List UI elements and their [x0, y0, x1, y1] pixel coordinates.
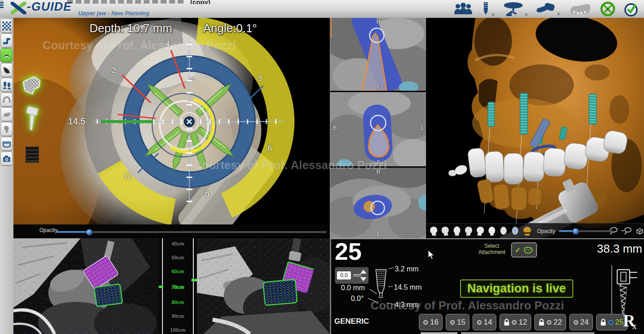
main-opacity-label: Opacity: [39, 227, 58, 233]
verify-check-icon[interactable]: [623, 1, 640, 17]
orientation-label-l: L: [377, 231, 380, 237]
scale-tick-50: 50cm: [159, 255, 197, 260]
tracking-camera-icon[interactable]: ∨: [536, 2, 560, 16]
check-icon: ✓: [515, 246, 520, 254]
patients-icon[interactable]: [453, 2, 473, 16]
sidebar-implant-pair-button[interactable]: [0, 78, 13, 92]
tooth-button-15[interactable]: 15: [446, 314, 469, 330]
sidebar-tooth-button[interactable]: [0, 122, 13, 136]
ring-label-3: 3: [258, 74, 262, 83]
header-bar: -GUIDE (copy) Upper jaw - New Planning ∨: [0, 0, 644, 18]
implant-control-panel: 25 0.0 mm 0.0 mm 0.0° 3.2 mm 14.5 mm 4.3…: [330, 238, 644, 334]
select-attachment-label: Select Attachment: [473, 243, 510, 255]
lock-icon: [538, 318, 545, 326]
main-opacity-thumb[interactable]: [86, 229, 93, 236]
sidebar-jaw-curve-button[interactable]: [0, 63, 13, 77]
orientation-label-b: B: [376, 168, 380, 175]
tooth-button-22[interactable]: 22: [534, 314, 566, 330]
implant-dot-icon: [423, 320, 428, 325]
tooth-button-14[interactable]: 14: [473, 314, 496, 330]
implant-dot-icon: [512, 320, 517, 325]
chevron-down-icon[interactable]: ∨: [491, 12, 495, 17]
tooth-button-12[interactable]: 12: [499, 314, 531, 330]
ring-label-4: 4: [166, 39, 170, 48]
logo-x-icon: [11, 2, 27, 14]
lasso-remove-icon[interactable]: [622, 227, 632, 235]
attachment-icon: [523, 246, 533, 254]
clipped-case-title: (copy): [67, 0, 210, 4]
head-orientation-right34-icon[interactable]: [465, 226, 473, 236]
prosthesis-icon[interactable]: [568, 2, 592, 16]
head-orientation-top-icon[interactable]: [499, 226, 508, 236]
view3d-opacity-label: Opacity: [537, 228, 555, 234]
lock-icon: [600, 318, 606, 326]
chevron-down-icon[interactable]: ∨: [557, 11, 560, 16]
scale-tick-90: 90cm: [159, 313, 197, 319]
scan-plate-icon[interactable]: ∨: [503, 2, 528, 17]
tooth-button-row: 16 15 14 12 22 24: [419, 314, 627, 330]
main-opacity-slider[interactable]: [56, 231, 327, 233]
row-underline: [461, 332, 594, 334]
tooth-button-24[interactable]: 24: [569, 314, 593, 330]
view3d-toolbar: Opacity: [426, 223, 644, 238]
top-toolbar: ∨ ∨ ∨: [453, 0, 640, 17]
scale-tick-80: 80cm: [159, 300, 197, 305]
chevron-down-icon[interactable]: ∨: [525, 12, 528, 17]
head-orientation-left-icon[interactable]: [430, 226, 438, 236]
view3d-opacity-thumb[interactable]: [572, 228, 579, 235]
head-orientation-left34-icon[interactable]: [441, 226, 449, 236]
scale-tick-40: 40cm: [159, 241, 197, 246]
cross-section-bl[interactable]: H B L F: [330, 92, 426, 166]
orientation-label-h: H: [376, 93, 380, 99]
tool-sidebar: [0, 18, 13, 334]
skull-render-mode-icon[interactable]: [523, 226, 532, 236]
tooth-button-16[interactable]: 16: [419, 314, 443, 330]
sidebar-pattern-marker-button[interactable]: [0, 19, 13, 33]
implant-dot-icon: [546, 320, 552, 325]
glow-patch-marker-icon: [21, 75, 43, 97]
implant-library-icon[interactable]: ∨: [481, 1, 495, 17]
xguide-app: -GUIDE (copy) Upper jaw - New Planning ∨: [0, 0, 644, 334]
ring-label-9: 9: [205, 190, 209, 199]
implant-length-label: 14.5 mm: [394, 283, 422, 292]
camera-depth-scale: 40cm 50cm 60cm 70cm 80cm 90cm 100cm: [159, 238, 197, 334]
target-wheel-icon[interactable]: [600, 1, 616, 17]
ring-label-14-5: 14.5: [68, 116, 85, 127]
target-navigation-view[interactable]: Depth: 10.7 mm Angle:0.1° -2 4 3 14.5 6 …: [13, 18, 330, 238]
cross-section-axial[interactable]: B L: [330, 168, 426, 238]
volume-3d-view[interactable]: Opacity: [426, 18, 644, 238]
implant-dot-icon: [573, 320, 579, 325]
plan-subtitle: Upper jaw - New Planning: [78, 10, 149, 17]
logo-text: -GUIDE: [27, 0, 72, 14]
mouse-cursor: [428, 250, 435, 260]
cube-view-icon[interactable]: [635, 227, 644, 235]
head-orientation-back-icon[interactable]: [488, 226, 496, 236]
orientation-label-f: F: [377, 159, 380, 165]
sidebar-denture-button[interactable]: [0, 107, 13, 121]
lock-icon: [503, 318, 510, 326]
implant-dot-icon: [608, 320, 614, 325]
navigation-status-badge: Navigation is live: [460, 279, 573, 298]
sidebar-handpiece-button[interactable]: [0, 34, 13, 47]
attachment-button[interactable]: ✓: [511, 242, 537, 258]
implant-dot-icon: [477, 320, 482, 325]
view3d-opacity-slider[interactable]: [559, 228, 603, 234]
head-orientation-right-icon[interactable]: [476, 226, 484, 236]
head-orientation-front-icon[interactable]: [453, 226, 461, 236]
sidebar-camera-snapshot-button[interactable]: [0, 152, 13, 165]
faint-pattern-icon: [26, 147, 39, 163]
ring-label-6: 6: [268, 144, 272, 153]
head-orientation-ghost-icon[interactable]: [511, 226, 519, 236]
target-scene: [13, 18, 330, 238]
rx-logo: Rx: [623, 311, 640, 330]
orientation-label-h: H: [376, 18, 380, 25]
sidebar-tray-button[interactable]: [0, 137, 13, 151]
orientation-label-f: F: [377, 83, 380, 90]
total-depth-readout: 38.3 mm: [595, 242, 642, 256]
cross-section-long-axis[interactable]: H F: [330, 18, 426, 91]
sidebar-upper-jaw-button[interactable]: [0, 48, 13, 62]
scale-marker-left: [159, 286, 163, 288]
cross-section-column: H F H B L F: [330, 18, 426, 238]
sidebar-arch-button[interactable]: [0, 93, 13, 106]
glow-handle-icon: [23, 106, 42, 133]
